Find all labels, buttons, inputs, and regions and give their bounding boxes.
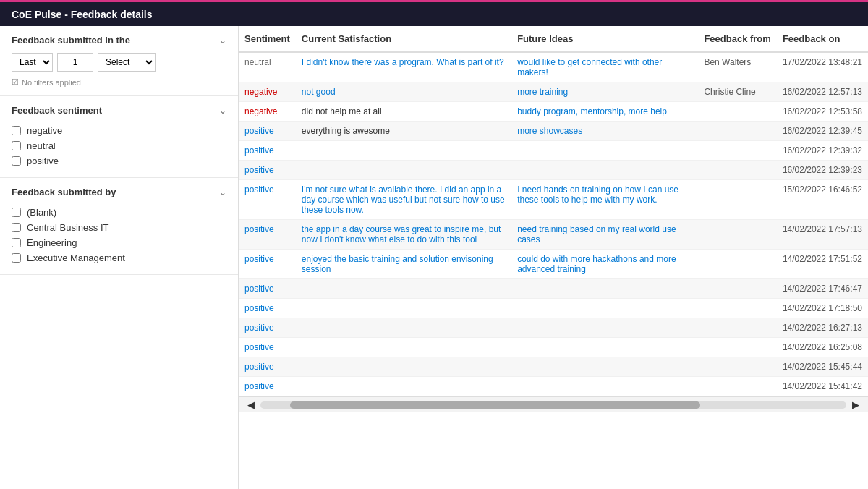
right-panel: Sentiment Current Satisfaction Future Id… <box>239 26 868 489</box>
satisfaction-cell <box>296 161 511 180</box>
feedback-on-cell: 14/02/2022 15:41:42 <box>777 377 868 396</box>
submittedby-central-checkbox[interactable] <box>12 223 21 232</box>
sentiment-cell: positive <box>239 250 296 279</box>
future-ideas-cell <box>511 299 698 318</box>
sentiment-positive-label: positive <box>27 156 59 166</box>
feedback-from-cell <box>698 279 776 299</box>
feedback-from-cell <box>698 161 776 180</box>
table-row: positiveeverything is awesomemore showca… <box>239 122 868 141</box>
submittedby-engineering-checkbox[interactable] <box>12 238 21 247</box>
col-satisfaction: Current Satisfaction <box>296 26 511 52</box>
feedback-on-cell: 16/02/2022 12:39:23 <box>777 161 868 180</box>
sentiment-cell: positive <box>239 220 296 250</box>
table-row: positivethe app in a day course was grea… <box>239 220 868 250</box>
sentiment-options: negative neutral positive <box>12 123 226 169</box>
time-filter-title: Feedback submitted in the <box>12 35 130 46</box>
sentiment-cell: positive <box>239 141 296 161</box>
feedback-from-cell <box>698 318 776 338</box>
feedback-on-cell: 14/02/2022 17:51:52 <box>777 250 868 279</box>
period-input[interactable] <box>57 53 93 72</box>
future-ideas-cell <box>511 318 698 338</box>
table-row: neutralI didn't know there was a program… <box>239 52 868 82</box>
sentiment-cell: positive <box>239 377 296 396</box>
satisfaction-cell: enjoyed the basic training and solution … <box>296 250 511 279</box>
feedback-on-cell: 16/02/2022 12:57:13 <box>777 82 868 102</box>
scroll-right-arrow[interactable]: ▶ <box>849 399 862 410</box>
submittedby-blank-checkbox[interactable] <box>12 208 21 217</box>
time-filter-controls: Last Select <box>12 53 226 72</box>
col-sentiment: Sentiment <box>239 26 296 52</box>
future-ideas-cell: could do with more hackathons and more a… <box>511 250 698 279</box>
submittedby-executive-checkbox[interactable] <box>12 253 21 263</box>
feedback-on-cell: 16/02/2022 12:39:45 <box>777 122 868 141</box>
satisfaction-cell: did not help me at all <box>296 102 511 122</box>
feedback-on-cell: 14/02/2022 17:18:50 <box>777 299 868 318</box>
col-feedback-from: Feedback from <box>698 26 776 52</box>
satisfaction-cell: not good <box>296 82 511 102</box>
filter-icon: ☑ <box>12 77 19 87</box>
feedback-table: Sentiment Current Satisfaction Future Id… <box>239 26 868 396</box>
submittedby-executive-item[interactable]: Executive Management <box>12 250 226 265</box>
feedback-from-cell <box>698 338 776 357</box>
submittedby-engineering-label: Engineering <box>27 237 77 248</box>
future-ideas-cell: more training <box>511 82 698 102</box>
period-select[interactable]: Last <box>12 53 53 72</box>
sentiment-cell: positive <box>239 338 296 357</box>
feedback-from-cell <box>698 377 776 396</box>
sentiment-cell: positive <box>239 161 296 180</box>
period-unit-select[interactable]: Select <box>98 53 156 72</box>
sentiment-neutral-item[interactable]: neutral <box>12 138 226 153</box>
sentiment-cell: positive <box>239 318 296 338</box>
future-ideas-cell <box>511 377 698 396</box>
table-row: positive14/02/2022 17:46:47 <box>239 279 868 299</box>
satisfaction-cell <box>296 299 511 318</box>
left-panel: Feedback submitted in the ⌄ Last Select … <box>0 26 239 489</box>
table-row: positive16/02/2022 12:39:32 <box>239 141 868 161</box>
feedback-from-cell: Christie Cline <box>698 82 776 102</box>
satisfaction-cell <box>296 357 511 377</box>
table-row: positive16/02/2022 12:39:23 <box>239 161 868 180</box>
submittedby-central-item[interactable]: Central Business IT <box>12 220 226 235</box>
title-bar: CoE Pulse - Feedback details <box>0 0 868 26</box>
future-ideas-cell: would like to get connected with other m… <box>511 52 698 82</box>
feedback-from-cell <box>698 299 776 318</box>
table-row: positive14/02/2022 15:45:44 <box>239 357 868 377</box>
table-row: positiveI'm not sure what is available t… <box>239 180 868 220</box>
scroll-left-arrow[interactable]: ◀ <box>244 399 258 410</box>
submittedby-blank-item[interactable]: (Blank) <box>12 205 226 220</box>
sentiment-filter-chevron: ⌄ <box>219 106 226 116</box>
sentiment-positive-checkbox[interactable] <box>12 156 21 166</box>
sentiment-neutral-label: neutral <box>27 140 56 151</box>
submittedby-engineering-item[interactable]: Engineering <box>12 235 226 250</box>
future-ideas-cell: need training based on my real world use… <box>511 220 698 250</box>
submittedby-options: (Blank) Central Business IT Engineering … <box>12 205 226 265</box>
sentiment-negative-label: negative <box>27 125 62 136</box>
sentiment-cell: positive <box>239 299 296 318</box>
table-header-row: Sentiment Current Satisfaction Future Id… <box>239 26 868 52</box>
satisfaction-cell <box>296 338 511 357</box>
feedback-on-cell: 15/02/2022 16:46:52 <box>777 180 868 220</box>
sentiment-filter-header[interactable]: Feedback sentiment ⌄ <box>12 105 226 116</box>
table-row: positiveenjoyed the basic training and s… <box>239 250 868 279</box>
submittedby-filter-header[interactable]: Feedback submitted by ⌄ <box>12 187 226 197</box>
sentiment-cell: positive <box>239 279 296 299</box>
satisfaction-cell: I'm not sure what is available there. I … <box>296 180 511 220</box>
sentiment-negative-checkbox[interactable] <box>12 126 21 135</box>
satisfaction-cell <box>296 279 511 299</box>
sentiment-neutral-checkbox[interactable] <box>12 141 21 150</box>
no-filters-label: ☑ No filters applied <box>12 77 226 87</box>
submittedby-filter-title: Feedback submitted by <box>12 187 116 197</box>
sentiment-negative-item[interactable]: negative <box>12 123 226 138</box>
feedback-from-cell <box>698 357 776 377</box>
title-text: CoE Pulse - Feedback details <box>12 9 153 20</box>
submittedby-filter-section: Feedback submitted by ⌄ (Blank) Central … <box>0 178 238 275</box>
time-filter-header[interactable]: Feedback submitted in the ⌄ <box>12 35 226 46</box>
scroll-track[interactable] <box>260 401 846 409</box>
submittedby-blank-label: (Blank) <box>27 207 56 218</box>
sentiment-positive-item[interactable]: positive <box>12 153 226 169</box>
sentiment-cell: negative <box>239 102 296 122</box>
time-filter-chevron: ⌄ <box>219 35 226 46</box>
future-ideas-cell <box>511 357 698 377</box>
satisfaction-cell <box>296 141 511 161</box>
sentiment-cell: positive <box>239 180 296 220</box>
